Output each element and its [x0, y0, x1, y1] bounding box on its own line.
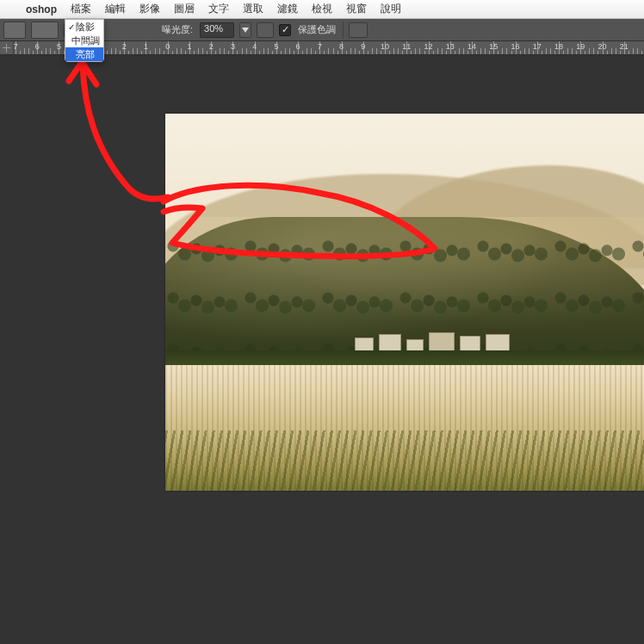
menu-image[interactable]: 影像	[133, 2, 167, 16]
ruler-label: 5	[274, 42, 278, 51]
ruler-track: 7654321012345678910111213141516171819202…	[14, 41, 644, 54]
ruler-origin-icon[interactable]	[0, 41, 14, 55]
ruler-label: 19	[576, 42, 585, 51]
ruler-label: 7	[318, 42, 322, 51]
ruler-label: 11	[402, 42, 411, 51]
ruler-label: 15	[489, 42, 498, 51]
ruler-label: 18	[554, 42, 563, 51]
ruler-label: 5	[57, 42, 61, 51]
mac-menubar: oshop 檔案 編輯 影像 圖層 文字 選取 濾鏡 檢視 視窗 說明	[0, 0, 644, 19]
ruler-label: 6	[35, 42, 40, 51]
brush-preset-picker[interactable]	[31, 22, 59, 39]
range-option-label: 陰影	[76, 21, 95, 34]
ruler-label: 12	[424, 42, 433, 51]
ruler-label: 9	[361, 42, 365, 51]
protect-tones-label: 保護色調	[296, 23, 337, 36]
menu-filter[interactable]: 濾鏡	[270, 2, 305, 16]
range-option-label: 亮部	[76, 48, 95, 61]
menu-app-name[interactable]: oshop	[19, 3, 64, 15]
range-option-label: 中間調	[71, 34, 100, 47]
ruler-label: 16	[511, 42, 520, 51]
ruler-label: 1	[187, 42, 191, 51]
ruler-label: 3	[231, 42, 235, 51]
canvas-background[interactable]	[0, 55, 644, 644]
ruler-label: 13	[446, 42, 455, 51]
image-field	[165, 365, 644, 491]
ruler-label: 17	[533, 42, 542, 51]
menu-select[interactable]: 選取	[236, 2, 270, 16]
menu-type[interactable]: 文字	[201, 2, 236, 16]
ruler-label: 0	[165, 42, 170, 51]
menu-window[interactable]: 視窗	[339, 2, 374, 16]
options-separator	[343, 22, 344, 39]
ruler-label: 14	[468, 42, 476, 51]
ruler-label: 2	[209, 42, 214, 51]
menu-file[interactable]: 檔案	[64, 2, 98, 16]
ruler-label: 10	[381, 42, 389, 51]
exposure-label: 曝光度:	[160, 23, 195, 36]
tablet-pressure-icon[interactable]	[349, 22, 368, 38]
ruler-label: 20	[598, 42, 607, 51]
image-buildings	[355, 327, 518, 353]
ruler-label: 7	[13, 42, 17, 51]
ruler-label: 1	[144, 42, 148, 51]
exposure-chevron-icon[interactable]	[239, 22, 251, 38]
range-option-highlights[interactable]: 亮部	[65, 47, 103, 61]
menu-help[interactable]: 說明	[374, 2, 408, 16]
ruler-label: 4	[252, 42, 257, 51]
range-dropdown[interactable]: ✓ 陰影 中間調 亮部	[65, 19, 104, 62]
airbrush-toggle-icon[interactable]	[257, 22, 274, 38]
ruler-label: 8	[339, 42, 344, 51]
range-option-midtones[interactable]: 中間調	[65, 34, 103, 47]
menu-view[interactable]: 檢視	[305, 2, 339, 16]
ruler-label: 21	[620, 42, 629, 51]
menu-layer[interactable]: 圖層	[167, 2, 201, 16]
menu-edit[interactable]: 編輯	[98, 2, 133, 16]
ruler-label: 6	[296, 42, 300, 51]
ruler-label: 2	[122, 42, 127, 51]
check-icon: ✓	[67, 22, 76, 32]
current-tool-icon[interactable]	[3, 22, 26, 39]
protect-tones-checkbox[interactable]	[279, 24, 291, 36]
exposure-field[interactable]: 30%	[200, 22, 234, 38]
range-option-shadows[interactable]: ✓ 陰影	[65, 20, 103, 34]
document-canvas[interactable]	[165, 114, 644, 491]
